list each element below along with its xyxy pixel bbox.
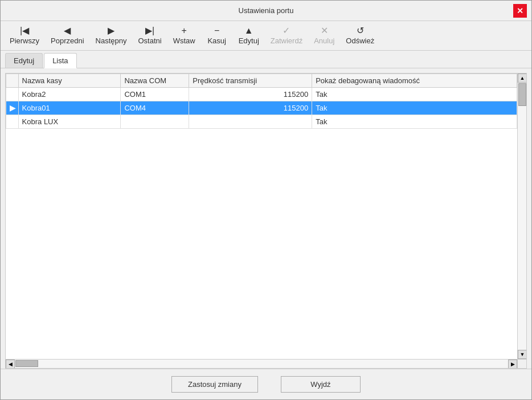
cell-nazwa-kasy: Kobra LUX (18, 115, 121, 129)
table-row[interactable]: ▶Kobra01COM4115200Tak (6, 101, 517, 115)
cell-predkosc: 115200 (189, 88, 312, 101)
delete-label: Kasuj (207, 36, 226, 45)
next-icon: ▶ (108, 26, 114, 35)
horizontal-scrollbar[interactable]: ◀ ▶ (6, 359, 517, 368)
edit-icon: ▲ (244, 26, 253, 35)
refresh-button[interactable]: ↺ Odśwież (341, 24, 379, 47)
previous-label: Poprzedni (51, 36, 84, 45)
scroll-thumb-horizontal[interactable] (15, 360, 38, 367)
scroll-up-button[interactable]: ▲ (518, 74, 526, 83)
table-header: Nazwa kasy Nazwa COM Prędkość transmisji… (6, 74, 517, 88)
window-title: Ustawienia portu (19, 6, 513, 15)
insert-button[interactable]: + Wstaw (169, 24, 200, 47)
cancel-label: Anuluj (314, 36, 334, 45)
vertical-scrollbar[interactable]: ▲ ▼ (517, 74, 526, 359)
apply-changes-button[interactable]: Zastosuj zmiany (171, 376, 258, 393)
tabs-bar: Edytuj Lista (1, 51, 531, 68)
cell-nazwa-com: COM1 (121, 88, 189, 101)
scroll-left-button[interactable]: ◀ (6, 360, 15, 368)
cell-nazwa-kasy: Kobra2 (18, 88, 121, 101)
refresh-icon: ↺ (357, 26, 364, 35)
scroll-corner (517, 359, 526, 368)
table-row[interactable]: Kobra LUXTak (6, 115, 517, 129)
table-scroll-area: Nazwa kasy Nazwa COM Prędkość transmisji… (6, 74, 526, 368)
cell-nazwa-com: COM4 (121, 101, 189, 115)
last-icon: ▶| (145, 26, 154, 35)
toolbar: |◀ Pierwszy ◀ Poprzedni ▶ Następny ▶| Os… (1, 21, 531, 51)
scroll-track-horizontal (15, 360, 508, 368)
first-icon: |◀ (20, 26, 29, 35)
tab-lista[interactable]: Lista (44, 53, 76, 68)
col-nazwa-kasy-header: Nazwa kasy (18, 74, 121, 88)
content-area: Nazwa kasy Nazwa COM Prędkość transmisji… (5, 73, 527, 369)
cell-pokaz: Tak (312, 88, 517, 101)
last-label: Ostatni (138, 36, 161, 45)
data-table: Nazwa kasy Nazwa COM Prędkość transmisji… (6, 74, 517, 129)
first-label: Pierwszy (10, 36, 39, 45)
row-indicator (6, 115, 19, 129)
tab-edytuj[interactable]: Edytuj (5, 53, 43, 68)
bottom-bar: Zastosuj zmiany Wyjdź (1, 369, 531, 399)
insert-icon: + (182, 26, 187, 35)
col-pokaz-header: Pokaż debagowaną wiadomość (312, 74, 517, 88)
main-body: Nazwa kasy Nazwa COM Prędkość transmisji… (1, 68, 531, 399)
next-label: Następny (96, 36, 127, 45)
cancel-icon: ✕ (321, 26, 328, 35)
first-button[interactable]: |◀ Pierwszy (5, 24, 44, 47)
row-indicator (6, 88, 19, 101)
confirm-icon: ✓ (283, 26, 290, 35)
title-bar: Ustawienia portu ✕ (1, 1, 531, 21)
col-predkosc-header: Prędkość transmisji (189, 74, 312, 88)
close-button[interactable]: ✕ (513, 4, 527, 18)
exit-button[interactable]: Wyjdź (281, 376, 361, 393)
delete-icon: − (214, 26, 219, 35)
refresh-label: Odśwież (346, 36, 374, 45)
scroll-right-button[interactable]: ▶ (508, 360, 517, 368)
main-window: Ustawienia portu ✕ |◀ Pierwszy ◀ Poprzed… (0, 0, 532, 400)
cancel-button[interactable]: ✕ Anuluj (309, 24, 339, 47)
cell-predkosc: 115200 (189, 101, 312, 115)
cell-pokaz: Tak (312, 115, 517, 129)
edit-button[interactable]: ▲ Edytuj (234, 24, 264, 47)
last-button[interactable]: ▶| Ostatni (133, 24, 166, 47)
scroll-thumb-vertical[interactable] (518, 83, 526, 106)
edit-label: Edytuj (239, 36, 259, 45)
table-body: Kobra2COM1115200Tak▶Kobra01COM4115200Tak… (6, 88, 517, 129)
col-nazwa-com-header: Nazwa COM (121, 74, 189, 88)
next-button[interactable]: ▶ Następny (91, 24, 132, 47)
scroll-down-button[interactable]: ▼ (518, 350, 526, 359)
col-indicator-header (6, 74, 19, 88)
cell-nazwa-kasy: Kobra01 (18, 101, 121, 115)
insert-label: Wstaw (173, 36, 195, 45)
confirm-label: Zatwierdź (271, 36, 302, 45)
previous-button[interactable]: ◀ Poprzedni (46, 24, 89, 47)
previous-icon: ◀ (64, 26, 71, 35)
table-inner: Nazwa kasy Nazwa COM Prędkość transmisji… (6, 74, 517, 359)
table-row[interactable]: Kobra2COM1115200Tak (6, 88, 517, 101)
row-indicator: ▶ (6, 101, 19, 115)
scroll-track-vertical (518, 83, 526, 350)
cell-nazwa-com (121, 115, 189, 129)
confirm-button[interactable]: ✓ Zatwierdź (266, 24, 307, 47)
delete-button[interactable]: − Kasuj (202, 24, 232, 47)
cell-pokaz: Tak (312, 101, 517, 115)
cell-predkosc (189, 115, 312, 129)
